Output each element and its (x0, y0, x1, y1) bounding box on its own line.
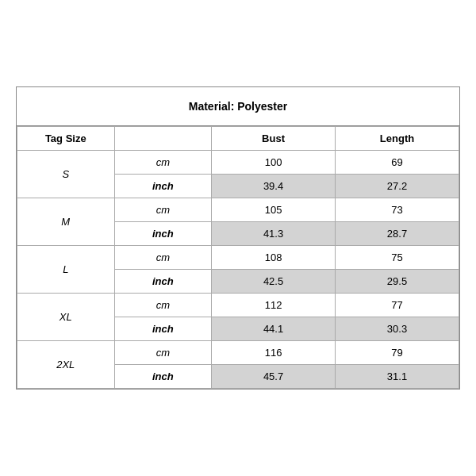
size-chart-container: Material: Polyester Tag Size Bust Length… (16, 86, 460, 390)
length-inch-value: 30.3 (336, 317, 459, 341)
bust-inch-value: 41.3 (212, 222, 336, 246)
chart-title: Material: Polyester (17, 87, 459, 126)
header-unit (114, 127, 212, 151)
table-row: 2XLcm11679 (17, 341, 459, 365)
length-cm-value: 79 (336, 341, 459, 365)
size-cell: L (17, 246, 115, 294)
bust-inch-value: 45.7 (212, 365, 336, 389)
length-inch-value: 27.2 (336, 175, 459, 198)
bust-cm-value: 100 (212, 151, 336, 175)
table-row: XLcm11277 (17, 294, 459, 317)
unit-inch-cell: inch (114, 222, 212, 246)
size-cell: M (17, 198, 115, 246)
size-cell: XL (17, 294, 115, 341)
unit-cm-cell: cm (114, 151, 212, 175)
bust-inch-value: 39.4 (212, 175, 336, 198)
length-inch-value: 31.1 (336, 365, 459, 389)
bust-cm-value: 112 (212, 294, 336, 317)
bust-inch-value: 44.1 (212, 317, 336, 341)
length-cm-value: 75 (336, 246, 459, 270)
unit-inch-cell: inch (114, 317, 212, 341)
unit-cm-cell: cm (114, 294, 212, 317)
unit-inch-cell: inch (114, 175, 212, 198)
header-tag-size: Tag Size (17, 127, 115, 151)
header-bust: Bust (212, 127, 336, 151)
bust-cm-value: 105 (212, 198, 336, 222)
length-inch-value: 29.5 (336, 270, 459, 294)
size-cell: S (17, 151, 115, 198)
length-cm-value: 77 (336, 294, 459, 317)
bust-inch-value: 42.5 (212, 270, 336, 294)
table-row: Mcm10573 (17, 198, 459, 222)
length-inch-value: 28.7 (336, 222, 459, 246)
table-row: Lcm10875 (17, 246, 459, 270)
length-cm-value: 69 (336, 151, 459, 175)
unit-cm-cell: cm (114, 341, 212, 365)
unit-cm-cell: cm (114, 198, 212, 222)
bust-cm-value: 116 (212, 341, 336, 365)
table-row: Scm10069 (17, 151, 459, 175)
bust-cm-value: 108 (212, 246, 336, 270)
size-cell: 2XL (17, 341, 115, 389)
unit-inch-cell: inch (114, 270, 212, 294)
length-cm-value: 73 (336, 198, 459, 222)
unit-inch-cell: inch (114, 365, 212, 389)
header-length: Length (336, 127, 459, 151)
unit-cm-cell: cm (114, 246, 212, 270)
size-table: Tag Size Bust Length Scm10069inch39.427.… (17, 126, 459, 389)
